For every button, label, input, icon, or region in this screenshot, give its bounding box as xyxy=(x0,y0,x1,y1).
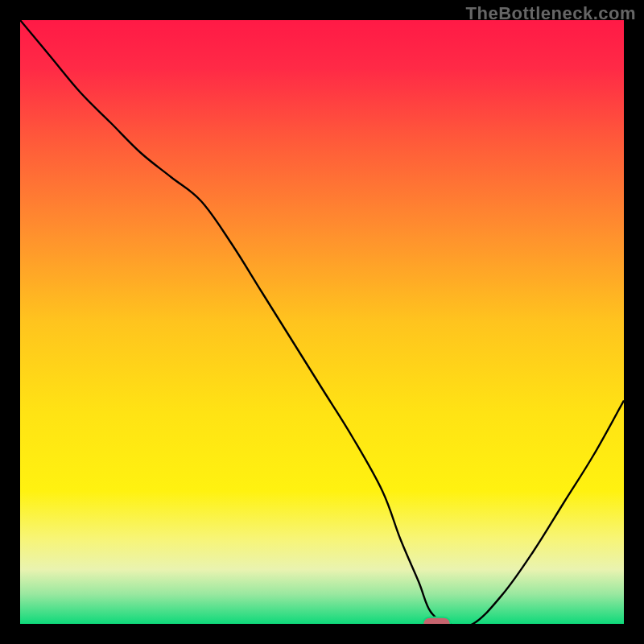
svg-rect-0 xyxy=(423,617,451,624)
chart-svg xyxy=(20,20,624,624)
gradient-background xyxy=(20,20,624,624)
watermark-text: TheBottleneck.com xyxy=(466,3,636,24)
optimum-marker xyxy=(423,617,451,624)
plot-area xyxy=(20,20,624,624)
chart-frame: TheBottleneck.com xyxy=(0,0,644,644)
